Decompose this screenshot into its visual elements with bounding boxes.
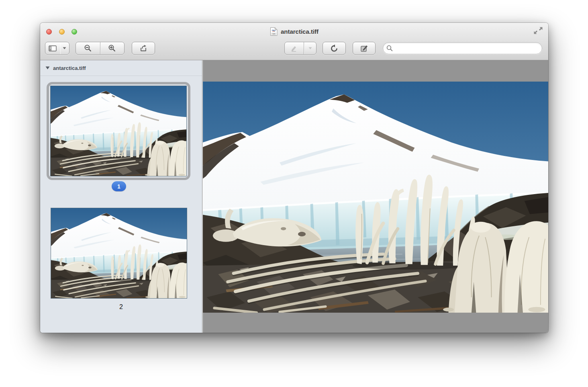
chevron-down-icon [308,47,312,49]
edit-markup-button[interactable] [353,42,376,55]
page-2-thumbnail[interactable] [51,208,187,299]
sidebar-view-segment[interactable] [45,42,60,54]
image-canvas [203,60,548,333]
antarctica-photo [203,82,548,313]
markup-tools-button[interactable] [284,42,316,55]
search-icon [386,45,393,51]
markup-dropdown[interactable] [304,42,316,54]
rotate-left-button[interactable] [323,42,346,55]
share-button[interactable] [132,42,155,55]
search-field[interactable] [383,42,542,54]
sidebar-panel-icon [49,45,57,51]
window-title-area: TIFF antarctica.tiff [40,27,548,36]
sidebar-document-header[interactable]: antarctica.tiff [40,60,202,76]
zoom-in-button[interactable] [100,42,125,54]
page-2-label: 2 [40,303,202,311]
share-icon [139,45,147,52]
page-1-thumbnail[interactable] [50,86,187,176]
rotate-left-icon [330,44,338,53]
search-input[interactable] [395,43,542,53]
zoom-in-icon [108,44,116,52]
sidebar-document-label: antarctica.tiff [53,65,86,71]
titlebar: TIFF antarctica.tiff [40,23,548,60]
svg-text:TIFF: TIFF [272,33,276,35]
tiff-document-icon: TIFF [270,27,278,36]
preview-window: TIFF antarctica.tiff [40,23,548,333]
view-options-button[interactable] [45,42,69,55]
disclosure-triangle-icon[interactable] [45,66,50,70]
thumbnail-selection-frame [47,82,190,180]
chevron-down-icon [63,47,66,49]
page-number-badge: 1 [112,181,126,191]
fullscreen-arrows-icon[interactable] [534,26,543,35]
zoom-out-icon [84,44,92,52]
highlighter-segment[interactable] [285,42,304,54]
zoom-out-button[interactable] [76,42,100,54]
zoom-segmented-control [76,42,125,55]
thumbnail-2-container [51,208,187,299]
highlighter-icon [291,45,298,52]
window-title: antarctica.tiff [281,28,318,35]
thumbnail-sidebar: antarctica.tiff 1 2 [40,60,202,333]
view-dropdown[interactable] [60,42,69,54]
markup-pencil-icon [360,44,368,52]
